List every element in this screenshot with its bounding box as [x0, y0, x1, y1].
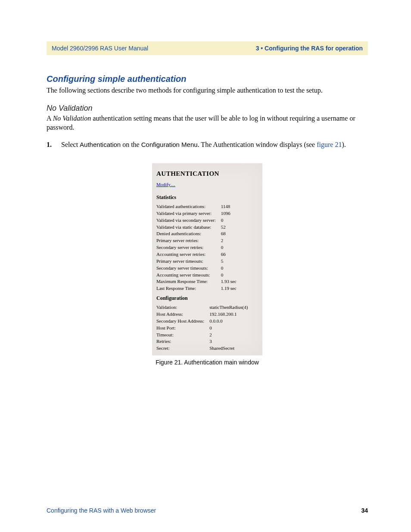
page-number: 34: [361, 507, 368, 514]
stat-value: 1148: [218, 203, 239, 210]
stat-label: Validated via secondary server:: [156, 217, 218, 224]
table-row: Validated via secondary server:0: [156, 217, 239, 224]
fig-title: AUTHENTICATION: [156, 169, 258, 178]
table-row: Validation:staticThenRadius(4): [156, 304, 250, 311]
config-label: Timeout:: [156, 332, 207, 339]
config-label: Host Address:: [156, 311, 207, 318]
step-1: 1. Select Authentication on the Configur…: [47, 141, 368, 149]
text: . The Authentication window displays (se…: [198, 141, 317, 148]
stat-value: 1.93 sec: [218, 278, 239, 285]
text: Select: [61, 141, 80, 148]
figure-crossref[interactable]: figure 21: [317, 141, 342, 148]
config-label: Secret:: [156, 345, 207, 352]
config-value: 2: [207, 332, 250, 339]
stat-value: 66: [218, 251, 239, 258]
config-heading: Configuration: [156, 295, 258, 302]
page-header: Model 2960/2996 RAS User Manual 3 • Conf…: [47, 41, 368, 55]
config-value: 192.168.200.1: [207, 311, 250, 318]
stat-value: 0: [218, 272, 239, 279]
stat-label: Primary server retries:: [156, 237, 218, 244]
header-right: 3 • Configuring the RAS for operation: [256, 45, 363, 52]
table-row: Secret:SharedSecret: [156, 345, 250, 352]
no-validation-paragraph: A No Validation authentication setting m…: [47, 114, 368, 132]
stat-label: Accounting server retries:: [156, 251, 218, 258]
stat-label: Validated via primary server:: [156, 210, 218, 217]
modify-link[interactable]: Modify…: [156, 181, 175, 188]
figure-21: AUTHENTICATION Modify… Statistics Valida…: [47, 163, 368, 366]
stat-value: 0: [218, 217, 239, 224]
config-label: Host Port:: [156, 325, 207, 332]
stat-label: Last Response Time:: [156, 285, 218, 292]
config-value: staticThenRadius(4): [207, 304, 250, 311]
stats-table: Validated authentications:1148 Validated…: [156, 203, 239, 292]
table-row: Accounting server timeouts:0: [156, 272, 239, 279]
ui-term-authentication: Authentication: [80, 141, 121, 148]
header-left: Model 2960/2996 RAS User Manual: [52, 45, 148, 52]
stat-value: 2: [218, 237, 239, 244]
stat-label: Primary server timeouts:: [156, 258, 218, 265]
config-value: 0: [207, 325, 250, 332]
stat-value: 52: [218, 224, 239, 231]
page-footer: Configuring the RAS with a Web browser 3…: [47, 507, 368, 514]
stat-label: Accounting server timeouts:: [156, 272, 218, 279]
config-label: Validation:: [156, 304, 207, 311]
stat-label: Secondary server retries:: [156, 244, 218, 251]
stat-value: 1.19 sec: [218, 285, 239, 292]
stat-value: 5: [218, 258, 239, 265]
page: Model 2960/2996 RAS User Manual 3 • Conf…: [0, 0, 411, 532]
step-text: Select Authentication on the Configurati…: [61, 141, 346, 149]
table-row: Retries:3: [156, 338, 250, 345]
stat-label: Validated authentications:: [156, 203, 218, 210]
stat-label: Secondary server timeouts:: [156, 265, 218, 272]
table-row: Validated via primary server:1096: [156, 210, 239, 217]
stat-value: 0: [218, 244, 239, 251]
config-value: 0.0.0.0: [207, 318, 250, 325]
table-row: Primary server timeouts:5: [156, 258, 239, 265]
text: A: [47, 115, 53, 122]
table-row: Host Port:0: [156, 325, 250, 332]
table-row: Primary server retries:2: [156, 237, 239, 244]
text: ).: [342, 141, 346, 148]
table-row: Secondary server retries:0: [156, 244, 239, 251]
subsection-heading: No Validation: [47, 104, 368, 113]
authentication-window-screenshot: AUTHENTICATION Modify… Statistics Valida…: [152, 163, 262, 355]
config-label: Secondary Host Address:: [156, 318, 207, 325]
table-row: Denied authentications:68: [156, 230, 239, 237]
table-row: Secondary Host Address:0.0.0.0: [156, 318, 250, 325]
stats-heading: Statistics: [156, 194, 258, 201]
config-value: 3: [207, 338, 250, 345]
step-number: 1.: [47, 141, 61, 149]
stat-label: Validated via static database:: [156, 224, 218, 231]
table-row: Last Response Time:1.19 sec: [156, 285, 239, 292]
config-table: Validation:staticThenRadius(4) Host Addr…: [156, 304, 250, 352]
table-row: Validated authentications:1148: [156, 203, 239, 210]
section-title: Configuring simple authentication: [47, 74, 368, 84]
table-row: Secondary server timeouts:0: [156, 265, 239, 272]
table-row: Accounting server retries:66: [156, 251, 239, 258]
stat-label: Denied authentications:: [156, 230, 218, 237]
text: on the: [121, 141, 141, 148]
config-value: SharedSecret: [207, 345, 250, 352]
section-intro: The following sections describe two meth…: [47, 86, 368, 95]
table-row: Maximum Response Time:1.93 sec: [156, 278, 239, 285]
stat-value: 1096: [218, 210, 239, 217]
table-row: Timeout:2: [156, 332, 250, 339]
footer-section-title: Configuring the RAS with a Web browser: [47, 507, 156, 514]
stat-label: Maximum Response Time:: [156, 278, 218, 285]
table-row: Host Address:192.168.200.1: [156, 311, 250, 318]
stat-value: 68: [218, 230, 239, 237]
config-label: Retries:: [156, 338, 207, 345]
term-no-validation: No Validation: [53, 115, 91, 122]
stat-value: 0: [218, 265, 239, 272]
text: authentication setting means that the us…: [47, 115, 355, 131]
ui-term-configuration-menu: Configuration Menu: [141, 141, 198, 148]
table-row: Validated via static database:52: [156, 224, 239, 231]
figure-caption: Figure 21. Authentication main window: [47, 359, 368, 366]
